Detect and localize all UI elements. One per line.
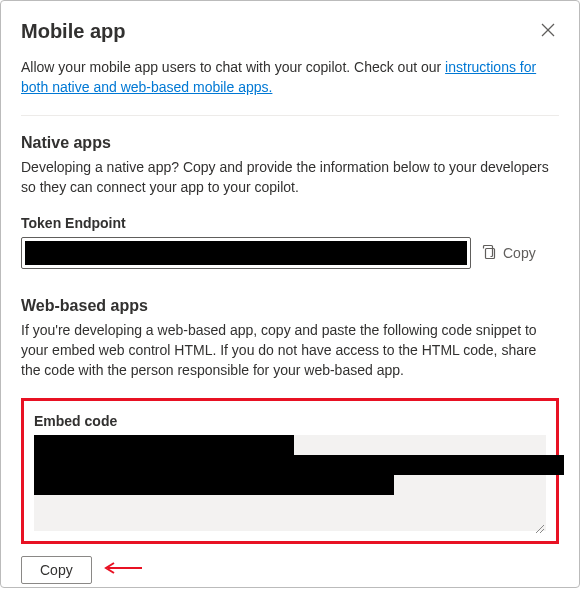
annotation-arrow-icon <box>102 561 142 579</box>
svg-line-3 <box>536 525 544 533</box>
redacted-content <box>25 241 467 265</box>
mobile-app-panel: Mobile app Allow your mobile app users t… <box>0 0 580 588</box>
redacted-content <box>34 475 394 495</box>
page-title: Mobile app <box>21 20 125 43</box>
close-icon <box>541 24 555 40</box>
token-endpoint-label: Token Endpoint <box>21 215 559 231</box>
copy-icon <box>481 244 497 263</box>
svg-line-4 <box>540 529 544 533</box>
token-endpoint-input[interactable] <box>21 237 471 269</box>
native-section-title: Native apps <box>21 134 559 152</box>
embed-code-textarea[interactable] <box>34 435 546 531</box>
token-row: Copy <box>21 237 559 269</box>
intro-text: Allow your mobile app users to chat with… <box>21 58 559 97</box>
copy-token-button[interactable]: Copy <box>481 244 536 263</box>
close-button[interactable] <box>537 19 559 44</box>
embed-code-label: Embed code <box>34 413 546 429</box>
copy-embed-button[interactable]: Copy <box>21 556 92 584</box>
copy-button-row: Copy <box>21 556 559 584</box>
intro-prefix: Allow your mobile app users to chat with… <box>21 59 445 75</box>
divider <box>21 115 559 116</box>
panel-header: Mobile app <box>21 19 559 44</box>
copy-token-label: Copy <box>503 245 536 261</box>
svg-rect-2 <box>486 248 495 258</box>
web-section-desc: If you're developing a web-based app, co… <box>21 321 559 380</box>
web-section-title: Web-based apps <box>21 297 559 315</box>
native-section-desc: Developing a native app? Copy and provid… <box>21 158 559 197</box>
resize-handle-icon[interactable] <box>534 519 544 529</box>
embed-highlight-box: Embed code <box>21 398 559 544</box>
redacted-content <box>34 435 294 455</box>
redacted-content <box>34 455 564 475</box>
